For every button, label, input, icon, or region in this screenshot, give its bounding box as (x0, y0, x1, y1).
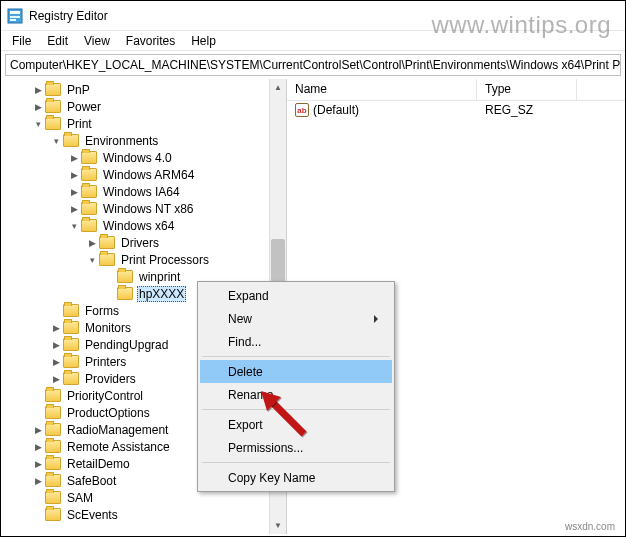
tree-item-productoptions[interactable]: ProductOptions (65, 406, 152, 420)
menubar: File Edit View Favorites Help (1, 31, 625, 51)
menu-file[interactable]: File (5, 32, 38, 50)
folder-icon (45, 100, 61, 113)
tree-item-printers[interactable]: Printers (83, 355, 128, 369)
tree-item-drivers[interactable]: Drivers (119, 236, 161, 250)
svg-rect-1 (10, 11, 20, 14)
folder-icon (63, 321, 79, 334)
collapse-icon[interactable]: ▾ (31, 117, 45, 131)
tree-item-providers[interactable]: Providers (83, 372, 138, 386)
menu-favorites[interactable]: Favorites (119, 32, 182, 50)
value-type: REG_SZ (477, 103, 577, 117)
folder-icon (45, 423, 61, 436)
folder-icon (63, 134, 79, 147)
tree-item-prioritycontrol[interactable]: PriorityControl (65, 389, 145, 403)
scroll-down-icon[interactable]: ▼ (270, 517, 286, 534)
folder-icon (45, 440, 61, 453)
svg-rect-2 (10, 16, 20, 18)
scroll-up-icon[interactable]: ▲ (270, 79, 286, 96)
folder-icon (81, 168, 97, 181)
tree-item-environments[interactable]: Environments (83, 134, 160, 148)
tree-item-sam[interactable]: SAM (65, 491, 95, 505)
values-header: Name Type (287, 79, 625, 101)
menu-edit[interactable]: Edit (40, 32, 75, 50)
tree-item-retaildemo[interactable]: RetailDemo (65, 457, 132, 471)
folder-icon (81, 185, 97, 198)
value-row-default[interactable]: ab (Default) REG_SZ (287, 101, 625, 119)
expand-icon[interactable]: ▶ (31, 457, 45, 471)
expand-icon[interactable]: ▶ (31, 83, 45, 97)
folder-icon (99, 253, 115, 266)
expand-icon[interactable]: ▶ (67, 185, 81, 199)
expand-icon[interactable]: ▶ (67, 202, 81, 216)
column-header-name[interactable]: Name (287, 79, 477, 100)
ctx-delete[interactable]: Delete (200, 360, 392, 383)
folder-icon (45, 508, 61, 521)
ctx-rename[interactable]: Rename (200, 383, 392, 406)
ctx-export[interactable]: Export (200, 413, 392, 436)
expand-icon[interactable]: ▶ (49, 321, 63, 335)
tree-item-scevents[interactable]: ScEvents (65, 508, 120, 522)
expand-icon[interactable]: ▶ (31, 100, 45, 114)
tree-item-power[interactable]: Power (65, 100, 103, 114)
folder-icon (117, 270, 133, 283)
tree-item-ia64[interactable]: Windows IA64 (101, 185, 182, 199)
tree-item-safeboot[interactable]: SafeBoot (65, 474, 118, 488)
ctx-separator (202, 356, 390, 357)
folder-icon (81, 202, 97, 215)
ctx-separator (202, 409, 390, 410)
ctx-permissions[interactable]: Permissions... (200, 436, 392, 459)
folder-icon (63, 304, 79, 317)
folder-icon (63, 338, 79, 351)
folder-icon (45, 491, 61, 504)
folder-icon (63, 355, 79, 368)
expand-icon[interactable]: ▶ (49, 338, 63, 352)
tree-item-remoteassistance[interactable]: Remote Assistance (65, 440, 172, 454)
tree-item-win40[interactable]: Windows 4.0 (101, 151, 174, 165)
regedit-icon (7, 8, 23, 24)
folder-icon (45, 457, 61, 470)
address-bar[interactable]: Computer\HKEY_LOCAL_MACHINE\SYSTEM\Curre… (5, 54, 621, 76)
tree-item-radiomanagement[interactable]: RadioManagement (65, 423, 170, 437)
corner-credit: wsxdn.com (565, 521, 615, 532)
folder-icon (81, 219, 97, 232)
tree-item-monitors[interactable]: Monitors (83, 321, 133, 335)
expand-icon[interactable]: ▶ (31, 440, 45, 454)
folder-icon (63, 372, 79, 385)
folder-icon (117, 287, 133, 300)
tree-item-printprocessors[interactable]: Print Processors (119, 253, 211, 267)
ctx-expand[interactable]: Expand (200, 284, 392, 307)
collapse-icon[interactable]: ▾ (67, 219, 81, 233)
menu-help[interactable]: Help (184, 32, 223, 50)
ctx-new[interactable]: New (200, 307, 392, 330)
tree-item-pnp[interactable]: PnP (65, 83, 92, 97)
tree-item-winprint[interactable]: winprint (137, 270, 182, 284)
tree-item-pendingupgrad[interactable]: PendingUpgrad (83, 338, 170, 352)
expand-icon[interactable]: ▶ (49, 355, 63, 369)
expand-icon[interactable]: ▶ (67, 151, 81, 165)
ctx-find[interactable]: Find... (200, 330, 392, 353)
folder-icon (45, 83, 61, 96)
address-text: Computer\HKEY_LOCAL_MACHINE\SYSTEM\Curre… (10, 58, 621, 72)
tree-item-arm64[interactable]: Windows ARM64 (101, 168, 196, 182)
expand-icon[interactable]: ▶ (67, 168, 81, 182)
folder-icon (81, 151, 97, 164)
menu-view[interactable]: View (77, 32, 117, 50)
collapse-icon[interactable]: ▾ (49, 134, 63, 148)
tree-item-print[interactable]: Print (65, 117, 94, 131)
context-menu: Expand New Find... Delete Rename Export … (197, 281, 395, 492)
folder-icon (45, 406, 61, 419)
titlebar: Registry Editor (1, 1, 625, 31)
ctx-separator (202, 462, 390, 463)
ctx-copykeyname[interactable]: Copy Key Name (200, 466, 392, 489)
tree-item-forms[interactable]: Forms (83, 304, 121, 318)
expand-icon[interactable]: ▶ (49, 372, 63, 386)
tree-item-x64[interactable]: Windows x64 (101, 219, 176, 233)
folder-icon (45, 117, 61, 130)
collapse-icon[interactable]: ▾ (85, 253, 99, 267)
column-header-type[interactable]: Type (477, 79, 577, 100)
expand-icon[interactable]: ▶ (85, 236, 99, 250)
expand-icon[interactable]: ▶ (31, 474, 45, 488)
expand-icon[interactable]: ▶ (31, 423, 45, 437)
tree-item-ntx86[interactable]: Windows NT x86 (101, 202, 195, 216)
tree-item-selected[interactable]: hpXXXX (137, 286, 186, 302)
